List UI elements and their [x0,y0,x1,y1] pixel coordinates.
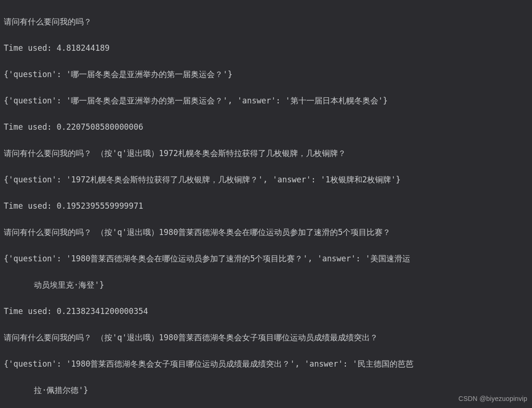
qa-dict: {'question': '1972札幌冬奥会斯特拉获得了几枚银牌，几枚铜牌？'… [4,173,528,186]
time-used: Time used: 0.1952395559999971 [4,199,528,212]
prompt-line: 请问有什么要问我的吗？ （按'q'退出哦）1972札幌冬奥会斯特拉获得了几枚银牌… [4,147,528,160]
prompt-line: 请问有什么要问我的吗？ [4,15,528,28]
watermark: CSDN @biyezuopinvip [459,392,527,405]
terminal-output[interactable]: 请问有什么要问我的吗？ Time used: 4.818244189 {'que… [0,0,532,408]
question-dict: {'question': '哪一届冬奥会是亚洲举办的第一届奥运会？'} [4,68,528,81]
time-used: Time used: 0.2207508580000006 [4,120,528,133]
time-used: Time used: 0.21382341200000354 [4,305,528,318]
qa-dict: {'question': '1980普莱西德湖冬奥会在哪位运动员参加了速滑的5个… [4,252,528,265]
prompt-line: 请问有什么要问我的吗？ （按'q'退出哦）1980普莱西德湖冬奥会在哪位运动员参… [4,226,528,239]
qa-dict-continued: 拉·佩措尔德'} [4,384,528,397]
prompt-line: 请问有什么要问我的吗？ （按'q'退出哦）1980普莱西德湖冬奥会女子项目哪位运… [4,331,528,344]
qa-dict: {'question': '哪一届冬奥会是亚洲举办的第一届奥运会？', 'ans… [4,94,528,107]
time-used: Time used: 4.818244189 [4,41,528,55]
qa-dict: {'question': '1980普莱西德湖冬奥会女子项目哪位运动员成绩最成绩… [4,357,528,370]
qa-dict-continued: 动员埃里克·海登'} [4,278,528,291]
